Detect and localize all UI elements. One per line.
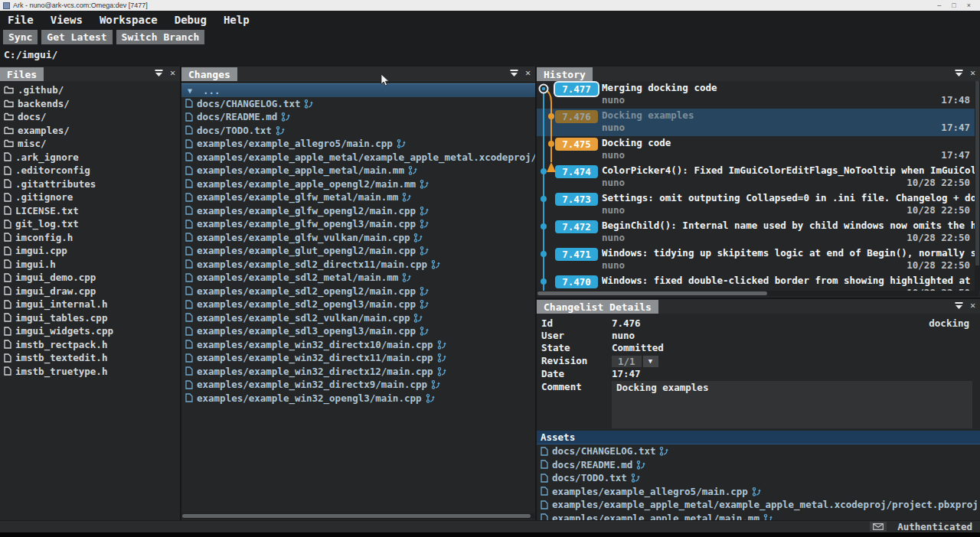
maximize-button[interactable]: □ xyxy=(952,0,956,11)
changed-file-row[interactable]: docs/TODO.txt xyxy=(181,124,535,138)
window-title: Ark - nuno@ark-vcs.com:Omega:dev [7477] xyxy=(13,2,937,9)
file-tree-item[interactable]: .gitattributes xyxy=(0,177,180,191)
branch-icon xyxy=(431,259,441,269)
branch-icon xyxy=(397,138,407,148)
changed-file-row[interactable]: docs/CHANGELOG.txt xyxy=(181,97,535,111)
changed-file-row[interactable]: examples/example_sdl2_opengl2/main.cpp xyxy=(181,285,535,298)
changed-file-row[interactable]: examples/example_glfw_opengl2/main.cpp xyxy=(181,204,535,218)
changed-file-row[interactable]: examples/example_win32_directx10/main.cp… xyxy=(181,338,535,352)
file-tree-item[interactable]: .github/ xyxy=(0,83,180,97)
history-hscrollbar[interactable] xyxy=(537,291,979,296)
commit-row[interactable]: 7.472 BeginChild(): Internal name used b… xyxy=(537,219,975,246)
file-tree-item[interactable]: imgui_tables.cpp xyxy=(0,311,180,325)
menu-item[interactable]: File xyxy=(8,14,34,26)
changed-file-row[interactable]: docs/README.md xyxy=(181,110,535,124)
changed-file-row[interactable]: examples/example_sdl2_metal/main.mm xyxy=(181,271,535,285)
changed-file-row[interactable]: examples/example_sdl2_opengl3/main.cpp xyxy=(181,298,535,311)
filter-icon[interactable] xyxy=(154,68,164,78)
minimize-button[interactable]: – xyxy=(937,0,941,11)
expand-arrow-icon[interactable]: ▼ xyxy=(188,86,192,95)
file-tree-item[interactable]: LICENSE.txt xyxy=(0,204,180,218)
changes-root-row[interactable]: ▼ ... xyxy=(181,83,535,97)
asset-row[interactable]: docs/TODO.txt xyxy=(537,471,980,485)
revision-dropdown-button[interactable]: ▼ xyxy=(643,356,658,367)
file-tree-item[interactable]: backends/ xyxy=(0,97,180,111)
file-tree-item[interactable]: imgui.cpp xyxy=(0,244,180,258)
file-tree-item[interactable]: imstb_textedit.h xyxy=(0,351,180,365)
commit-row[interactable]: 7.474 ColorPicker4(): Fixed ImGuiColorEd… xyxy=(537,164,975,191)
filter-icon[interactable] xyxy=(954,301,964,311)
changed-file-row[interactable]: examples/example_apple_metal/example_app… xyxy=(181,151,535,164)
mail-icon[interactable] xyxy=(870,522,887,532)
menu-item[interactable]: Workspace xyxy=(100,14,158,26)
history-vscrollbar[interactable] xyxy=(975,81,980,291)
toolbar-button[interactable]: Switch Branch xyxy=(116,30,205,44)
close-button[interactable]: × xyxy=(967,0,971,11)
menu-item[interactable]: Views xyxy=(51,14,83,26)
toolbar-button[interactable]: Get Latest xyxy=(41,30,112,44)
changed-file-row[interactable]: examples/example_win32_directx9/main.cpp xyxy=(181,378,535,392)
file-name: imstb_rectpack.h xyxy=(15,339,107,350)
commit-row[interactable]: 7.470 Windows: fixed double-clicked bord… xyxy=(537,274,975,291)
changed-file-row[interactable]: examples/example_glut_opengl2/main.cpp xyxy=(181,244,535,258)
changed-file-row[interactable]: examples/example_sdl2_vulkan/main.cpp xyxy=(181,311,535,325)
tab-files[interactable]: Files xyxy=(0,67,44,81)
toolbar-button[interactable]: Sync xyxy=(3,30,38,44)
file-tree-item[interactable]: imconfig.h xyxy=(0,231,180,245)
changed-file-row[interactable]: examples/example_sdl2_directx11/main.cpp xyxy=(181,258,535,272)
changed-file-row[interactable]: examples/example_win32_opengl3/main.cpp xyxy=(181,392,535,405)
document-icon xyxy=(185,112,193,122)
branch-icon xyxy=(437,366,447,376)
file-tree-item[interactable]: examples/ xyxy=(0,124,180,138)
commit-row[interactable]: 7.477 Merging docking code nuno 17:48 xyxy=(537,81,975,109)
file-tree-item[interactable]: imstb_rectpack.h xyxy=(0,338,180,352)
file-tree-item[interactable]: imgui_demo.cpp xyxy=(0,271,180,285)
close-icon[interactable]: ✕ xyxy=(968,301,978,311)
commit-row[interactable]: 7.473 Settings: omit outputing Collapsed… xyxy=(537,191,975,219)
tab-changes[interactable]: Changes xyxy=(181,67,237,81)
file-tree-item[interactable]: imgui_internal.h xyxy=(0,298,180,311)
changed-file-row[interactable]: examples/example_sdl3_opengl3/main.cpp xyxy=(181,324,535,338)
commit-row[interactable]: 7.476 Docking examples nuno 17:47 xyxy=(537,109,975,136)
tab-changelist-details[interactable]: Changelist Details xyxy=(537,300,658,314)
filter-icon[interactable] xyxy=(954,68,964,78)
file-tree-item[interactable]: .ark_ignore xyxy=(0,151,180,164)
asset-row[interactable]: examples/example_apple_metal/example_app… xyxy=(537,498,980,512)
changed-file-name: docs/README.md xyxy=(197,111,277,122)
menu-item[interactable]: Debug xyxy=(175,14,207,26)
changed-file-row[interactable]: examples/example_win32_directx12/main.cp… xyxy=(181,365,535,379)
close-icon[interactable]: ✕ xyxy=(523,68,533,78)
changed-file-row[interactable]: examples/example_glfw_vulkan/main.cpp xyxy=(181,231,535,245)
close-icon[interactable]: ✕ xyxy=(968,68,978,78)
changed-file-row[interactable]: examples/example_allegro5/main.cpp xyxy=(181,137,535,151)
file-tree-item[interactable]: .gitignore xyxy=(0,190,180,204)
filter-icon[interactable] xyxy=(509,68,519,78)
close-icon[interactable]: ✕ xyxy=(168,68,178,78)
tab-history[interactable]: History xyxy=(537,67,593,81)
menu-item[interactable]: Help xyxy=(224,14,250,26)
changes-hscrollbar[interactable] xyxy=(182,513,534,519)
file-tree-item[interactable]: docs/ xyxy=(0,110,180,124)
revision-selector[interactable]: 1/1 xyxy=(612,356,642,367)
file-tree-item[interactable]: imgui_draw.cpp xyxy=(0,285,180,298)
changed-file-row[interactable]: examples/example_apple_opengl2/main.mm xyxy=(181,177,535,191)
file-tree-item[interactable]: misc/ xyxy=(0,137,180,151)
commit-row[interactable]: 7.475 Docking code nuno 17:47 xyxy=(537,136,975,164)
file-tree-item[interactable]: imstb_truetype.h xyxy=(0,365,180,379)
changed-file-row[interactable]: examples/example_glfw_opengl3/main.cpp xyxy=(181,217,535,231)
commit-row[interactable]: 7.471 Windows: tidying up skipitems logi… xyxy=(537,246,975,274)
changed-file-row[interactable]: examples/example_win32_directx11/main.cp… xyxy=(181,351,535,365)
file-tree-item[interactable]: imgui_widgets.cpp xyxy=(0,324,180,338)
changelist-badge: 7.471 xyxy=(555,248,598,261)
asset-row[interactable]: docs/CHANGELOG.txt xyxy=(537,444,980,458)
changed-file-name: examples/example_apple_metal/main.mm xyxy=(197,164,404,176)
file-tree-item[interactable]: .editorconfig xyxy=(0,164,180,177)
changed-file-row[interactable]: examples/example_apple_metal/main.mm xyxy=(181,164,535,177)
file-tree-item[interactable]: imgui.h xyxy=(0,258,180,272)
file-tree-item[interactable]: git_log.txt xyxy=(0,217,180,231)
comment-field[interactable]: Docking examples xyxy=(612,381,972,428)
changed-file-row[interactable]: examples/example_glfw_metal/main.mm xyxy=(181,190,535,204)
asset-row[interactable]: docs/README.md xyxy=(537,458,980,472)
asset-row[interactable]: examples/example_apple_metal/main.mm xyxy=(537,512,980,521)
asset-row[interactable]: examples/example_allegro5/main.cpp xyxy=(537,485,980,499)
